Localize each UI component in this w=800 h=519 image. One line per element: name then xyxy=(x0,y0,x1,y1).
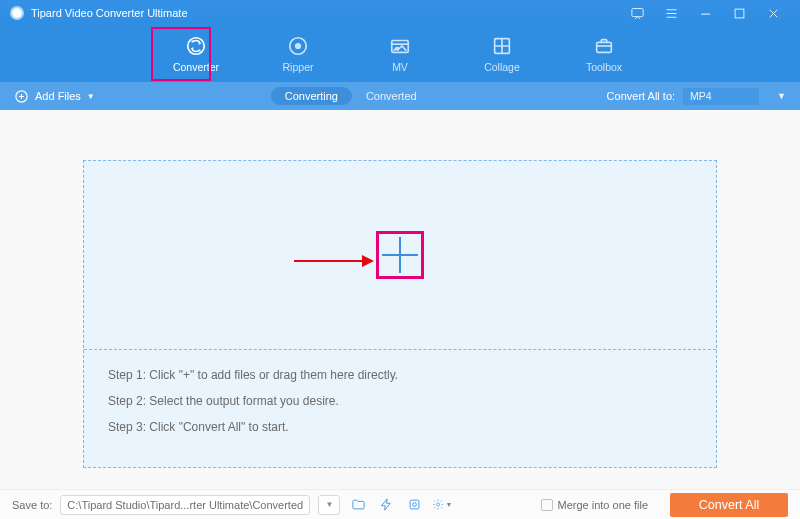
nav-converter[interactable]: Converter xyxy=(166,35,226,73)
mv-icon xyxy=(389,35,411,57)
checkbox-icon xyxy=(541,499,553,511)
annotation-arrow xyxy=(294,254,374,268)
tab-converted[interactable]: Converted xyxy=(352,87,431,105)
svg-rect-14 xyxy=(410,500,419,509)
nav-label: Collage xyxy=(484,61,520,73)
settings-icon[interactable]: ▼ xyxy=(432,495,452,515)
nav-mv[interactable]: MV xyxy=(370,35,430,73)
maximize-icon[interactable] xyxy=(722,0,756,26)
path-value: C:\Tipard Studio\Tipard...rter Ultimate\… xyxy=(67,499,303,511)
feedback-icon[interactable] xyxy=(620,0,654,26)
app-logo-icon xyxy=(10,6,24,20)
dropzone[interactable]: Step 1: Click "+" to add files or drag t… xyxy=(83,160,717,468)
open-folder-icon[interactable] xyxy=(348,495,368,515)
nav-label: MV xyxy=(392,61,408,73)
svg-point-16 xyxy=(437,503,440,506)
save-path-input[interactable]: C:\Tipard Studio\Tipard...rter Ultimate\… xyxy=(60,495,310,515)
high-speed-icon[interactable] xyxy=(376,495,396,515)
step-text: Step 3: Click "Convert All" to start. xyxy=(108,420,692,434)
main-area: Step 1: Click "+" to add files or drag t… xyxy=(0,110,800,489)
nav-label: Toolbox xyxy=(586,61,622,73)
chevron-down-icon: ▼ xyxy=(87,92,95,101)
nav-collage[interactable]: Collage xyxy=(472,35,532,73)
svg-rect-1 xyxy=(735,9,744,18)
svg-rect-0 xyxy=(631,8,642,16)
svg-marker-13 xyxy=(362,255,374,267)
instructions-panel: Step 1: Click "+" to add files or drag t… xyxy=(84,349,716,467)
merge-label: Merge into one file xyxy=(558,499,649,511)
path-dropdown-button[interactable]: ▼ xyxy=(318,495,340,515)
minimize-icon[interactable] xyxy=(688,0,722,26)
menu-icon[interactable] xyxy=(654,0,688,26)
app-title: Tipard Video Converter Ultimate xyxy=(31,7,188,19)
svg-point-15 xyxy=(412,503,416,507)
step-text: Step 2: Select the output format you des… xyxy=(108,394,692,408)
svg-point-6 xyxy=(296,44,301,49)
tab-converting[interactable]: Converting xyxy=(271,87,352,105)
bottom-bar: Save to: C:\Tipard Studio\Tipard...rter … xyxy=(0,489,800,519)
step-text: Step 1: Click "+" to add files or drag t… xyxy=(108,368,692,382)
toolbox-icon xyxy=(593,35,615,57)
nav-label: Ripper xyxy=(283,61,314,73)
add-files-plus-icon[interactable] xyxy=(382,237,418,273)
convert-all-button[interactable]: Convert All xyxy=(670,493,788,517)
top-nav: Converter Ripper MV Collage Toolbox xyxy=(0,26,800,82)
chevron-down-icon[interactable]: ▼ xyxy=(777,91,786,101)
disc-icon xyxy=(287,35,309,57)
format-value: MP4 xyxy=(690,90,712,102)
plus-circle-icon xyxy=(14,89,29,104)
subbar: Add Files ▼ Converting Converted Convert… xyxy=(0,82,800,110)
collage-icon xyxy=(491,35,513,57)
add-files-button[interactable]: Add Files ▼ xyxy=(14,89,95,104)
nav-ripper[interactable]: Ripper xyxy=(268,35,328,73)
gpu-accel-icon[interactable] xyxy=(404,495,424,515)
svg-rect-10 xyxy=(597,42,612,52)
titlebar: Tipard Video Converter Ultimate xyxy=(0,0,800,26)
merge-checkbox[interactable]: Merge into one file xyxy=(541,499,649,511)
save-to-label: Save to: xyxy=(12,499,52,511)
dropzone-top[interactable] xyxy=(84,161,716,349)
nav-label: Converter xyxy=(173,61,219,73)
nav-toolbox[interactable]: Toolbox xyxy=(574,35,634,73)
close-icon[interactable] xyxy=(756,0,790,26)
converter-icon xyxy=(185,35,207,57)
convert-all-to-label: Convert All to: xyxy=(607,90,675,102)
output-format-select[interactable]: MP4 xyxy=(683,88,759,105)
add-files-label: Add Files xyxy=(35,90,81,102)
